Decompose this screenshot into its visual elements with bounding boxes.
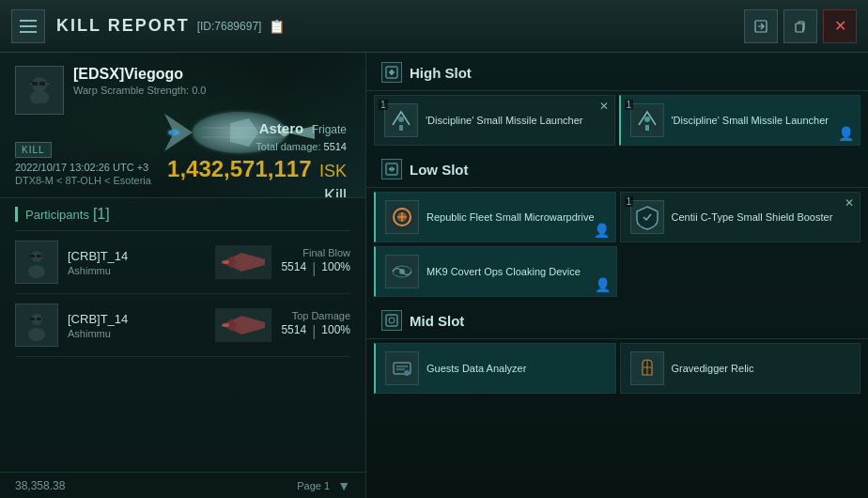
bottom-value: 38,358.38 [15, 479, 65, 492]
kill-meta: KILL 2022/10/17 13:02:26 UTC +3 DTX8-M <… [15, 140, 151, 186]
high-slot-icon [381, 62, 402, 83]
title-bar: KILL REPORT [ID:7689697] 📋 [56, 16, 744, 36]
participant-avatar [15, 303, 58, 347]
mid-slot-title: Mid Slot [410, 313, 464, 329]
kill-datetime: 2022/10/17 13:02:26 UTC +3 [15, 162, 151, 173]
top-buttons: ✕ [744, 9, 857, 43]
top-bar: KILL REPORT [ID:7689697] 📋 ✕ [0, 0, 868, 53]
kill-badge: KILL [15, 142, 52, 158]
svg-rect-5 [39, 82, 45, 86]
low-slot-items-row1: Republic Fleet Small Microwarpdrive 👤 1 … [366, 188, 868, 246]
participant-row[interactable]: [CRB]T_14 Ashimmu Final Blow 5514 | [15, 231, 350, 294]
low-slot-title: Low Slot [410, 162, 469, 178]
svg-rect-52 [386, 315, 397, 326]
participant-ship: Ashimmu [68, 328, 206, 339]
result-label: Kill [167, 186, 347, 198]
right-panel: High Slot 1 'Discipline' Small Missile L… [366, 53, 868, 498]
item-qty: 1 [625, 196, 634, 207]
participant-stats: Final Blow 5514 | 100% [281, 247, 350, 277]
svg-point-26 [222, 260, 229, 264]
svg-rect-7 [30, 84, 32, 85]
svg-rect-22 [37, 255, 41, 257]
item-name: 'Discipline' Small Missile Launcher [672, 114, 829, 127]
page-label: Page 1 [297, 480, 330, 491]
high-slot-items: 1 'Discipline' Small Missile Launcher ✕ … [366, 91, 868, 149]
item-icon [630, 351, 664, 385]
high-slot-title: High Slot [410, 65, 472, 81]
svg-point-58 [404, 370, 410, 376]
menu-button[interactable] [11, 9, 45, 43]
slot-item[interactable]: Guests Data Analyzer [374, 343, 616, 394]
svg-point-31 [28, 328, 45, 341]
svg-point-41 [644, 117, 650, 122]
item-name: Gravedigger Relic [672, 362, 754, 375]
mid-slot-items: Guests Data Analyzer Gravedigger Relic [366, 339, 868, 397]
close-button[interactable]: ✕ [823, 9, 857, 43]
item-remove[interactable]: ✕ [599, 100, 609, 113]
header-area: [EDSX]Viegogo Warp Scramble Strength: 0.… [0, 53, 365, 198]
svg-rect-30 [37, 318, 41, 320]
svg-rect-42 [645, 125, 649, 131]
svg-point-53 [389, 318, 395, 323]
svg-rect-39 [399, 125, 403, 131]
low-slot-items-row2: MK9 Covert Ops Cloaking Device 👤 [366, 246, 868, 301]
item-icon [384, 103, 418, 137]
slot-item[interactable]: 1 Centii C-Type Small Shield Booster ✕ [620, 192, 861, 242]
export-button[interactable] [744, 9, 778, 43]
svg-rect-29 [30, 318, 35, 320]
svg-rect-6 [38, 84, 39, 85]
slot-item[interactable]: 1 'Discipline' Small Missile Launcher ✕ [374, 95, 615, 146]
item-remove[interactable]: ✕ [845, 196, 854, 210]
ship-name-right: Astero Frigate [167, 120, 347, 137]
participants-header: Participants [1] [15, 198, 350, 231]
item-qty: 1 [625, 100, 634, 110]
participant-ship-icon [215, 308, 271, 342]
svg-rect-4 [32, 82, 38, 86]
low-slot-header: Low Slot [366, 149, 868, 188]
participants-section: Participants [1] [CRB]T_14 Ashimmu [0, 198, 365, 472]
slot-item[interactable]: 1 'Discipline' Small Missile Launcher 👤 [619, 95, 861, 146]
participants-title: Participants [25, 208, 89, 222]
participant-info: [CRB]T_14 Ashimmu [68, 312, 206, 339]
svg-rect-8 [47, 84, 49, 85]
item-icon [385, 351, 419, 385]
item-name: Centii C-Type Small Shield Booster [672, 210, 833, 224]
participant-ship-icon [215, 245, 271, 279]
item-qty: 1 [379, 100, 388, 110]
participant-ship: Ashimmu [68, 265, 206, 276]
svg-point-9 [30, 90, 49, 105]
svg-point-23 [28, 265, 45, 278]
svg-rect-21 [30, 255, 35, 257]
avatar [15, 66, 64, 115]
slot-item[interactable]: Gravedigger Relic [620, 343, 861, 394]
left-panel: [EDSX]Viegogo Warp Scramble Strength: 0.… [0, 53, 366, 498]
mid-slot-icon [381, 310, 402, 331]
item-name: 'Discipline' Small Missile Launcher [426, 114, 582, 127]
slot-item[interactable]: MK9 Covert Ops Cloaking Device 👤 [374, 246, 617, 297]
svg-point-38 [398, 117, 404, 122]
participant-row[interactable]: [CRB]T_14 Ashimmu Top Damage 5514 | [15, 294, 350, 357]
participants-bar-indicator [15, 207, 18, 222]
isk-display: 1,432,571,117 ISK [167, 156, 347, 182]
participant-name: [CRB]T_14 [68, 312, 206, 326]
item-icon [630, 200, 664, 234]
item-icon [385, 200, 419, 234]
filter-icon[interactable]: ▼ [337, 478, 350, 493]
report-id: [ID:7689697] [197, 20, 262, 33]
participant-name: [CRB]T_14 [68, 249, 206, 263]
slot-item[interactable]: Republic Fleet Small Microwarpdrive 👤 [374, 192, 616, 242]
kill-info-right: Astero Frigate Total damage: 5514 1,432,… [167, 120, 347, 198]
main-content: [EDSX]Viegogo Warp Scramble Strength: 0.… [0, 53, 868, 498]
kill-location: DTX8-M < 8T-OLH < Esoteria [15, 175, 151, 186]
copy-icon[interactable]: 📋 [269, 19, 285, 34]
low-slot-icon [381, 159, 402, 179]
item-icon [385, 255, 419, 288]
close-icon: ✕ [834, 17, 846, 35]
copy-button[interactable] [783, 9, 817, 43]
item-owner-icon: 👤 [595, 277, 611, 292]
item-name: MK9 Covert Ops Cloaking Device [426, 265, 581, 278]
item-name: Republic Fleet Small Microwarpdrive [426, 210, 595, 224]
high-slot-header: High Slot [366, 53, 868, 91]
total-damage-label: Total damage: 5514 [167, 141, 347, 152]
item-owner-icon: 👤 [838, 126, 854, 141]
